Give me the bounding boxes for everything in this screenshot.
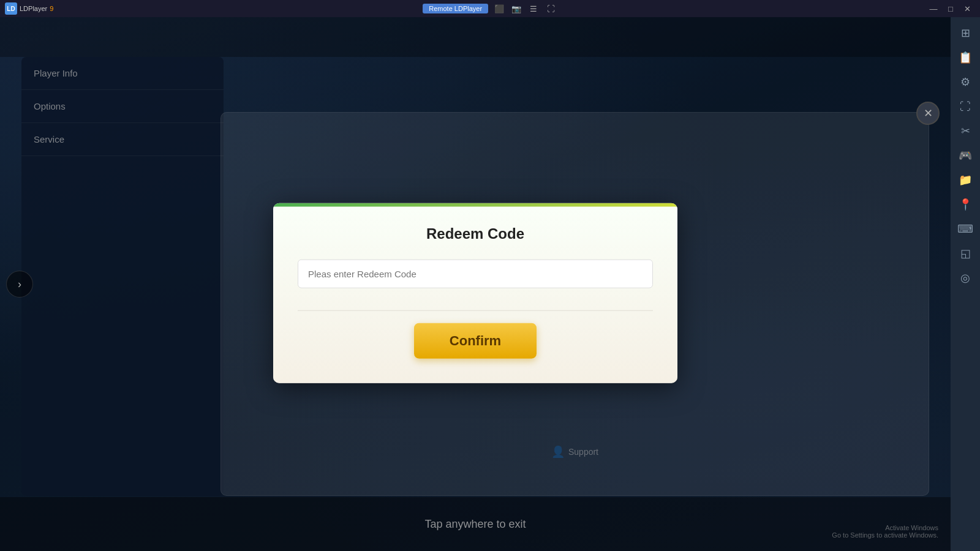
minimize-button[interactable]: — — [926, 2, 941, 15]
titlebar-center: Remote LDPlayer ⬛ 📷 ☰ ⛶ — [423, 2, 557, 15]
menu-icon[interactable]: ☰ — [527, 2, 540, 15]
ld-version: 9 — [50, 5, 53, 12]
titlebar: LD LDPlayer 9 Remote LDPlayer ⬛ 📷 ☰ ⛶ — … — [0, 0, 980, 17]
ld-logo-text: LDPlayer — [20, 5, 47, 12]
redeem-code-input[interactable] — [298, 260, 653, 288]
main-area: Player Info Options Service › ✕ 👤 Suppor… — [0, 17, 951, 551]
ld-logo: LD LDPlayer 9 — [5, 2, 53, 15]
camera-icon[interactable]: 📷 — [510, 2, 522, 15]
location-icon[interactable]: 📍 — [954, 193, 976, 216]
scissors-icon[interactable]: ✂ — [954, 120, 976, 142]
redeem-code-modal: Redeem Code Confirm — [273, 203, 677, 383]
expand-icon[interactable]: ◱ — [954, 242, 976, 264]
modal-title: Redeem Code — [298, 225, 653, 242]
modal-body: Redeem Code Confirm — [273, 207, 677, 383]
folder-icon[interactable]: 📁 — [954, 169, 976, 191]
settings-icon[interactable]: ⚙ — [954, 71, 976, 93]
confirm-button[interactable]: Confirm — [414, 323, 537, 359]
remote-ldplayer-button[interactable]: Remote LDPlayer — [423, 4, 488, 13]
grid-icon[interactable]: ⊞ — [954, 22, 976, 44]
ld-logo-icon: LD — [5, 2, 17, 15]
close-button[interactable]: ✕ — [960, 2, 975, 15]
expand2-icon[interactable]: ⛶ — [545, 2, 557, 15]
window-controls: — □ ✕ — [926, 2, 975, 15]
keyboard-icon[interactable]: ⌨ — [954, 218, 976, 240]
resize-icon[interactable]: ⛶ — [954, 96, 976, 118]
titlebar-left: LD LDPlayer 9 — [5, 2, 53, 15]
right-sidebar: ⊞ 📋 ⚙ ⛶ ✂ 🎮 📁 📍 ⌨ ◱ ◎ — [951, 17, 980, 551]
modal-divider — [298, 310, 653, 311]
radio-icon[interactable]: ◎ — [954, 267, 976, 289]
record-icon[interactable]: ⬛ — [493, 2, 505, 15]
gamepad-icon[interactable]: 🎮 — [954, 144, 976, 167]
maximize-button[interactable]: □ — [943, 2, 958, 15]
book-icon[interactable]: 📋 — [954, 47, 976, 69]
